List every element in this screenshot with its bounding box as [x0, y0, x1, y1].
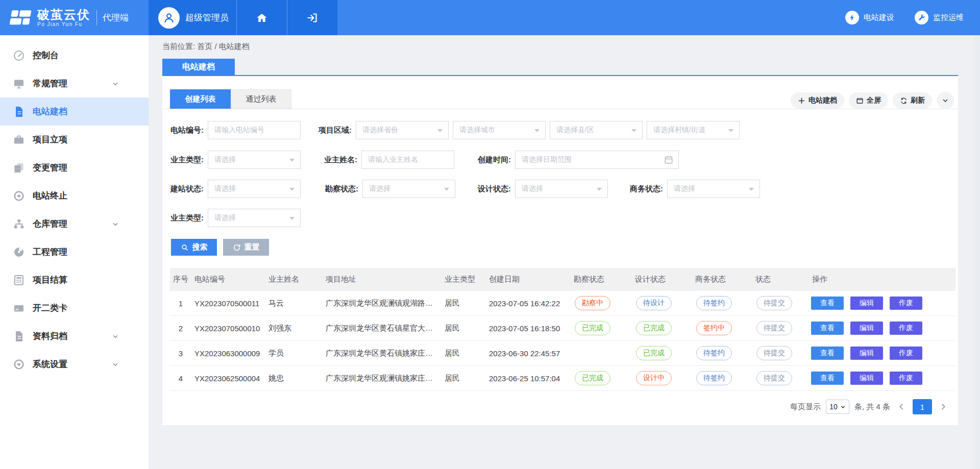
placeholder-text: 请选择: [674, 184, 695, 193]
target-icon: [13, 190, 25, 202]
void-button[interactable]: 作废: [890, 322, 922, 335]
design-status-select[interactable]: 请选择: [515, 180, 608, 198]
sidebar-item-warehouse-mgmt[interactable]: 仓库管理: [0, 210, 149, 238]
next-page-button[interactable]: [937, 403, 949, 411]
date-range-input[interactable]: 请选择日期范围: [515, 151, 679, 169]
edit-button[interactable]: 编辑: [850, 297, 883, 310]
sidebar-item-project-approval[interactable]: 项目立项: [0, 126, 149, 154]
business-status-badge: 待签约: [696, 296, 732, 310]
sidebar-item-data-archive[interactable]: 资料归档: [0, 322, 149, 350]
void-button[interactable]: 作废: [890, 297, 922, 310]
column-header: 勘察状态: [571, 275, 632, 284]
breadcrumb: 当前位置: 首页 / 电站建档: [162, 42, 250, 52]
placeholder-text: 请选择: [214, 213, 236, 223]
cell-seq: 4: [170, 374, 191, 383]
column-header: 业主姓名: [265, 275, 323, 284]
owner-type-select-2[interactable]: 请选择: [208, 209, 301, 227]
void-button[interactable]: 作废: [890, 347, 922, 360]
sidebar-item-open-type2-card[interactable]: 开二类卡: [0, 294, 149, 322]
view-button[interactable]: 查看: [811, 322, 844, 335]
nav-station-construction[interactable]: 电站建设: [845, 11, 894, 24]
sitemap-icon: [13, 218, 25, 230]
page-number-button[interactable]: 1: [913, 399, 932, 414]
sidebar-item-label: 系统设置: [33, 358, 67, 370]
view-button[interactable]: 查看: [811, 347, 844, 360]
chevron-down-icon: [112, 361, 119, 368]
copy-icon: [13, 162, 25, 174]
page-tab-station-archive[interactable]: 电站建档: [162, 59, 235, 75]
content-card: 创建列表 通过列表 电站建档 全屏 刷新 电站编号:: [162, 76, 958, 425]
placeholder-text: 请选择城市: [459, 126, 495, 135]
home-icon: [256, 12, 268, 24]
survey-status-badge: 勘察中: [575, 296, 610, 310]
view-button[interactable]: 查看: [811, 372, 844, 385]
cell-address: 广东深圳龙华区黄石镇星官大…: [323, 324, 442, 333]
business-status-select[interactable]: 请选择: [667, 180, 760, 198]
status-badge: 待提交: [756, 346, 792, 360]
province-select[interactable]: 请选择省份: [356, 121, 449, 139]
column-header: 项目地址: [323, 275, 442, 284]
sidebar-item-console[interactable]: 控制台: [0, 41, 149, 69]
sidebar-item-system-settings[interactable]: 系统设置: [0, 350, 149, 378]
refresh-button[interactable]: 刷新: [893, 92, 932, 109]
county-select[interactable]: 请选择县/区: [550, 121, 643, 139]
sidebar-item-general-mgmt[interactable]: 常规管理: [0, 69, 149, 97]
scrollbar[interactable]: [974, 35, 980, 469]
tab-create-list[interactable]: 创建列表: [170, 89, 231, 109]
sidebar-item-change-mgmt[interactable]: 变更管理: [0, 154, 149, 182]
edit-button[interactable]: 编辑: [850, 372, 883, 385]
search-button[interactable]: 搜索: [171, 239, 217, 256]
row-actions: 查看 编辑 作废: [809, 347, 955, 360]
collapse-toolbar-button[interactable]: [937, 92, 954, 109]
chevron-down-icon: [112, 333, 119, 340]
cell-owner-name: 刘强东: [265, 324, 323, 333]
edit-button[interactable]: 编辑: [850, 347, 883, 360]
sidebar-item-project-settlement[interactable]: 项目结算: [0, 266, 149, 294]
placeholder-text: 请输入电站编号: [214, 126, 264, 135]
cell-seq: 3: [170, 349, 191, 358]
reset-button[interactable]: 重置: [223, 239, 269, 256]
edit-button[interactable]: 编辑: [850, 322, 883, 335]
filter-business-status: 商务状态: 请选择: [622, 180, 760, 198]
prev-page-button[interactable]: [895, 403, 908, 411]
filter-station-code: 电站编号: 请输入电站编号: [162, 121, 301, 139]
station-code-input[interactable]: 请输入电站编号: [208, 121, 301, 139]
page-size-select[interactable]: 10: [826, 400, 849, 414]
header-right-nav: 电站建设 监控运维: [845, 0, 980, 35]
filter-label: 创建时间:: [470, 155, 511, 165]
owner-name-input[interactable]: 请输入业主姓名: [361, 151, 454, 169]
tab-passed-list[interactable]: 通过列表: [231, 89, 291, 109]
owner-type-select[interactable]: 请选择: [208, 151, 301, 169]
fullscreen-button[interactable]: 全屏: [849, 92, 888, 109]
calendar-icon: [664, 155, 674, 166]
build-status-select[interactable]: 请选择: [208, 180, 301, 198]
void-button[interactable]: 作废: [890, 372, 922, 385]
city-select[interactable]: 请选择城市: [453, 121, 546, 139]
filter-label: 设计状态:: [470, 184, 511, 194]
refresh-label: 刷新: [911, 96, 925, 105]
logout-button[interactable]: [287, 0, 337, 35]
fullscreen-label: 全屏: [867, 96, 881, 105]
home-button[interactable]: [236, 0, 287, 35]
village-select[interactable]: 请选择村镇/街道: [647, 121, 740, 139]
table-row: 4 YX2023062500004 姚忠 广东深圳龙华区观澜镇姚家庄… 居民 2…: [170, 366, 955, 391]
cell-owner-name: 学员: [265, 349, 323, 358]
survey-status-select[interactable]: 请选择: [362, 180, 455, 198]
chevron-down-icon: [942, 97, 949, 104]
cell-station-code: YX2023062500004: [191, 374, 265, 383]
sidebar-item-station-archive[interactable]: 电站建档: [0, 97, 149, 126]
survey-status-badge: 已完成: [575, 371, 610, 385]
sidebar-item-station-termination[interactable]: 电站终止: [0, 182, 149, 210]
nav-monitor-ops[interactable]: 监控运维: [915, 11, 964, 24]
monitor-icon: [13, 78, 25, 90]
search-label: 搜索: [192, 242, 208, 252]
view-button[interactable]: 查看: [811, 297, 844, 310]
sidebar-item-engineering-mgmt[interactable]: 工程管理: [0, 238, 149, 266]
brand-subtitle: Po Jian Yun Fu: [37, 22, 90, 28]
chevron-down-icon: [112, 80, 119, 87]
header-spacer: [337, 0, 845, 35]
current-user[interactable]: 超级管理员: [149, 0, 236, 35]
create-station-button[interactable]: 电站建档: [791, 92, 844, 109]
page-size-value: 10: [829, 403, 838, 411]
survey-status-badge: 已完成: [575, 321, 610, 335]
